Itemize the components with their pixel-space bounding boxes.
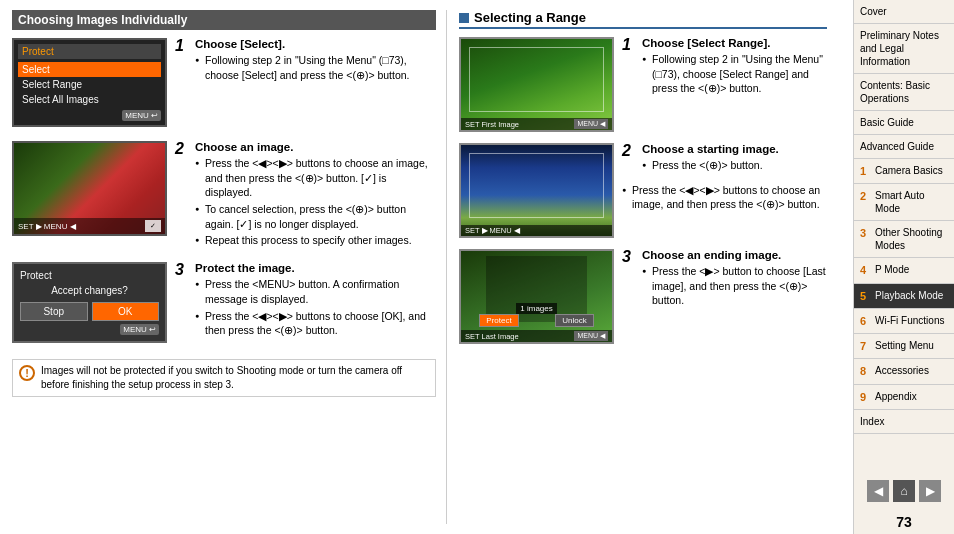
count-badge: 1 images (516, 303, 556, 314)
protect-btn[interactable]: Protect (479, 314, 518, 327)
sidebar-item-playback[interactable]: 5 Playback Mode (854, 284, 954, 309)
sidebar-item-label: Basic Guide (860, 117, 914, 128)
left-section-header: Choosing Images Individually (12, 10, 436, 30)
right-section-header: Selecting a Range (459, 10, 827, 29)
left-step-1-content: Choose [Select]. Following step 2 in "Us… (195, 38, 436, 84)
right-step-3-title: Choose an ending image. (642, 249, 827, 261)
right-step3-row: 1 images Protect Unlock SET Last Image M… (459, 249, 827, 349)
notice-icon: ! (19, 365, 35, 381)
left-column: Choosing Images Individually Protect Sel… (12, 10, 447, 524)
bullet-item: Press the <◀><▶> buttons to choose an im… (622, 183, 827, 212)
right-step-3-text: Choose an ending image. Press the <▶> bu… (642, 249, 827, 310)
right-step-1-text: Choose [Select Range]. Following step 2 … (642, 37, 827, 98)
notice-box: ! Images will not be protected if you sw… (12, 359, 436, 397)
sidebar-item-index[interactable]: Index (854, 410, 954, 434)
sidebar-item-advanced-guide[interactable]: Advanced Guide (854, 135, 954, 159)
cam-screen-1-footer: SET First Image MENU ◀ (461, 118, 612, 130)
left-step-3-title: Protect the image. (195, 262, 436, 274)
sidebar-item-basic-guide[interactable]: Basic Guide (854, 111, 954, 135)
cam-footer-label-1: SET First Image (465, 120, 519, 129)
next-page-button[interactable]: ▶ (919, 480, 941, 502)
sidebar-item-label: Index (860, 416, 884, 427)
left-step-1-title: Choose [Select]. (195, 38, 436, 50)
steps-area-left: 1 Choose [Select]. Following step 2 in "… (175, 38, 436, 135)
right-step1-row: SET First Image MENU ◀ 1 Choose [Select … (459, 37, 827, 137)
cam-screen-2: SET ▶ MENU ◀ (459, 143, 614, 238)
photo-overlay-label: SET ▶ MENU ◀ (18, 222, 76, 231)
right-step1-content: 1 Choose [Select Range]. Following step … (622, 37, 827, 137)
left-step-2-title: Choose an image. (195, 141, 436, 153)
sidebar-item-appendix[interactable]: 9 Appendix (854, 385, 954, 410)
cam-menu-item-range: Select Range (18, 77, 161, 92)
cam-menu-item-select: Select (18, 62, 161, 77)
left-step-3: 3 Protect the image. Press the <MENU> bu… (175, 262, 436, 340)
unlock-btn[interactable]: Unlock (555, 314, 593, 327)
sidebar-num: 4 (860, 263, 872, 277)
right-step-3: 3 Choose an ending image. Press the <▶> … (622, 249, 827, 310)
bullet-item: Repeat this process to specify other ima… (195, 233, 436, 248)
bullet-item: Press the <◀><▶> buttons to choose [OK],… (195, 309, 436, 338)
right-step3-screen-container: 1 images Protect Unlock SET Last Image M… (459, 249, 614, 349)
menu-icon: MENU ↩ (122, 110, 161, 121)
home-button[interactable]: ⌂ (893, 480, 915, 502)
sidebar-item-label: Playback Mode (875, 289, 943, 302)
left-step-2-bullets: Press the <◀><▶> buttons to choose an im… (195, 156, 436, 248)
left-panels: Protect Select Select Range Select All I… (12, 38, 436, 135)
sidebar-item-smart-auto[interactable]: 2 Smart Auto Mode (854, 184, 954, 221)
left-step-1-bullets: Following step 2 in "Using the Menu" (□7… (195, 53, 436, 82)
sidebar-item-p-mode[interactable]: 4 P Mode (854, 258, 954, 283)
bullet-item: Following step 2 in "Using the Menu" (□7… (195, 53, 436, 82)
sidebar-num: 2 (860, 189, 872, 203)
step3-panels: Protect Accept changes? Stop OK MENU ↩ 3 (12, 262, 436, 351)
sidebar-bottom: ◀ ⌂ ▶ (854, 472, 954, 510)
sidebar-item-wifi[interactable]: 6 Wi-Fi Functions (854, 309, 954, 334)
sidebar-item-label: Cover (860, 6, 887, 17)
page-number: 73 (854, 510, 954, 534)
cam-menu-item-all: Select All Images (18, 92, 161, 107)
sidebar-num: 3 (860, 226, 872, 240)
sidebar-num: 6 (860, 314, 872, 328)
step3-area: 3 Protect the image. Press the <MENU> bu… (175, 262, 436, 351)
left-step-3-num: 3 (175, 262, 187, 340)
cam-footer-label-3: SET Last Image (465, 332, 519, 341)
right-step3-content: 3 Choose an ending image. Press the <▶> … (622, 249, 827, 349)
protect-unlock-btns: Protect Unlock (461, 314, 612, 327)
sidebar-item-preliminary[interactable]: Preliminary Notes and Legal Information (854, 24, 954, 74)
camera-menu-screenshot: Protect Select Select Range Select All I… (12, 38, 167, 127)
sidebar-item-label: Accessories (875, 364, 929, 377)
right-step-3-bullets: Press the <▶> button to choose [Last ima… (642, 264, 827, 308)
cam-footer-menu-3: MENU ◀ (574, 331, 608, 341)
left-step-3-content: Protect the image. Press the <MENU> butt… (195, 262, 436, 340)
sidebar-num: 1 (860, 164, 872, 178)
confirm-dialog-container: Protect Accept changes? Stop OK MENU ↩ (12, 262, 167, 351)
sidebar-item-other-shooting[interactable]: 3 Other Shooting Modes (854, 221, 954, 258)
right-step-2: 2 Choose a starting image. Press the <(⊕… (622, 143, 827, 175)
bullet-item: Press the <MENU> button. A confirmation … (195, 277, 436, 306)
left-step-3-bullets: Press the <MENU> button. A confirmation … (195, 277, 436, 338)
sidebar-item-setting-menu[interactable]: 7 Setting Menu (854, 334, 954, 359)
sidebar-item-camera-basics[interactable]: 1 Camera Basics (854, 159, 954, 184)
right-step2-row: SET ▶ MENU ◀ 2 Choose a starting image. … (459, 143, 827, 243)
confirm-stop-btn[interactable]: Stop (20, 302, 88, 321)
right-step-2-text: Choose a starting image. Press the <(⊕)>… (642, 143, 827, 175)
sidebar-item-label: Other Shooting Modes (875, 226, 948, 252)
cam-menu-title: Protect (18, 44, 161, 59)
bullet-item: To cancel selection, press the <(⊕)> but… (195, 202, 436, 231)
main-content: Choosing Images Individually Protect Sel… (0, 0, 854, 534)
sidebar-item-label: Contents: Basic Operations (860, 80, 930, 104)
cam-screen-2-inner (469, 153, 604, 218)
prev-page-button[interactable]: ◀ (867, 480, 889, 502)
sidebar-item-label: Wi-Fi Functions (875, 314, 944, 327)
right-step2-screen-container: SET ▶ MENU ◀ (459, 143, 614, 243)
count-area: 1 images (461, 303, 612, 314)
right-step-3-num: 3 (622, 249, 634, 310)
sidebar-item-accessories[interactable]: 8 Accessories (854, 359, 954, 384)
cam-screen-3-footer: SET Last Image MENU ◀ (461, 330, 612, 342)
cam-footer-label-2: SET ▶ MENU ◀ (465, 226, 520, 235)
confirm-dialog: Protect Accept changes? Stop OK MENU ↩ (12, 262, 167, 343)
cam-menu-footer: MENU ↩ (18, 110, 161, 121)
cam-screen-2-footer: SET ▶ MENU ◀ (461, 225, 612, 236)
sidebar-item-contents[interactable]: Contents: Basic Operations (854, 74, 954, 111)
sidebar-item-cover[interactable]: Cover (854, 0, 954, 24)
confirm-ok-btn[interactable]: OK (92, 302, 160, 321)
